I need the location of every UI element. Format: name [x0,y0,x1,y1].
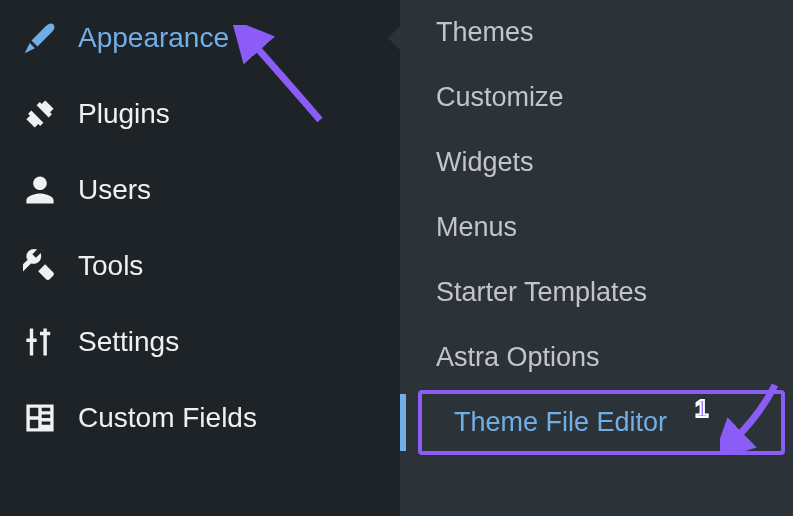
user-icon [20,170,60,210]
sidebar-item-tools[interactable]: Tools [0,228,400,304]
submenu-label: Starter Templates [436,277,647,307]
plug-icon [20,94,60,134]
submenu-item-starter-templates[interactable]: Starter Templates [400,260,793,325]
submenu-item-customize[interactable]: Customize [400,65,793,130]
submenu-item-astra-options[interactable]: Astra Options [400,325,793,390]
submenu-label: Astra Options [436,342,600,372]
sliders-icon [20,322,60,362]
wrench-icon [20,246,60,286]
menu-label: Tools [78,250,143,282]
submenu-label: Widgets [436,147,534,177]
menu-label: Settings [78,326,179,358]
submenu-item-themes[interactable]: Themes [400,0,793,65]
sidebar-item-appearance[interactable]: Appearance [0,0,400,76]
layout-icon [20,398,60,438]
menu-label: Custom Fields [78,402,257,434]
submenu-label: Themes [436,17,534,47]
submenu-appearance: Themes Customize Widgets Menus Starter T… [400,0,793,516]
menu-label: Appearance [78,22,229,54]
submenu-label: Customize [436,82,564,112]
annotation-highlight-box: Theme File Editor [418,390,785,455]
submenu-label: Theme File Editor [454,407,667,437]
submenu-item-widgets[interactable]: Widgets [400,130,793,195]
menu-label: Plugins [78,98,170,130]
menu-label: Users [78,174,151,206]
sidebar-item-plugins[interactable]: Plugins [0,76,400,152]
sidebar-item-users[interactable]: Users [0,152,400,228]
main-menu: Appearance Plugins Users Tools Settings [0,0,400,516]
sidebar-item-custom-fields[interactable]: Custom Fields [0,380,400,456]
submenu-item-menus[interactable]: Menus [400,195,793,260]
submenu-label: Menus [436,212,517,242]
submenu-item-theme-file-editor[interactable]: Theme File Editor [400,390,793,455]
paintbrush-icon [20,18,60,58]
admin-menu: Appearance Plugins Users Tools Settings [0,0,793,516]
sidebar-item-settings[interactable]: Settings [0,304,400,380]
